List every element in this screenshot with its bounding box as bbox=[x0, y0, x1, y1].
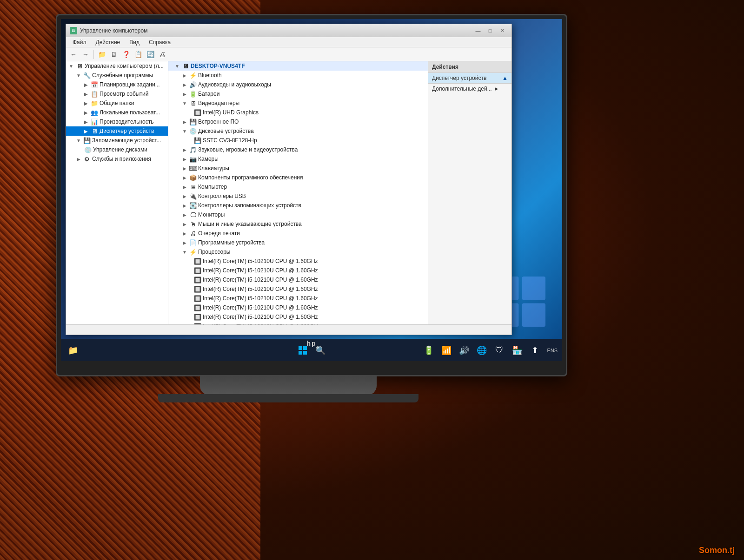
devtree-usb[interactable]: ▶ 🔌 Контроллеры USB bbox=[168, 191, 428, 201]
minimize-button[interactable]: — bbox=[472, 26, 484, 35]
devtree-audio[interactable]: ▶ 🔊 Аудиовходы и аудиовыходы bbox=[168, 80, 428, 89]
users-expand-icon[interactable]: ▶ bbox=[83, 109, 89, 116]
sidebar-item-folders[interactable]: ▶ 📁 Общие папки bbox=[66, 99, 168, 108]
sidebar-root[interactable]: ▼ 🖥 Управление компьютером (л... bbox=[66, 61, 168, 71]
diskmgmt-label: Управление дисками bbox=[93, 146, 147, 153]
devtree-mouse-label: Мыши и иные указывающие устройства bbox=[198, 221, 302, 227]
swdev-expand[interactable]: ▶ bbox=[181, 239, 188, 246]
print-expand[interactable]: ▶ bbox=[181, 230, 188, 237]
devtree-cpu-5[interactable]: 🔲 Intel(R) Core(TM) i5-10210U CPU @ 1.60… bbox=[168, 303, 428, 312]
toolbar-folder[interactable]: 📁 bbox=[96, 49, 107, 60]
events-expand-icon[interactable]: ▶ bbox=[83, 91, 89, 97]
display-expand[interactable]: ▼ bbox=[181, 100, 188, 106]
folders-expand-icon[interactable]: ▶ bbox=[83, 100, 89, 106]
taskbar-left: 📁 bbox=[66, 343, 80, 358]
devtree-computer[interactable]: ▶ 🖥 Компьютер bbox=[168, 182, 428, 191]
sidebar-item-scheduler[interactable]: ▶ 📅 Планировщик задани... bbox=[66, 80, 168, 89]
menu-view[interactable]: Вид bbox=[125, 38, 144, 46]
toolbar-help[interactable]: ❓ bbox=[120, 49, 132, 60]
scheduler-expand-icon[interactable]: ▶ bbox=[83, 81, 89, 88]
devmgr-expand-icon[interactable]: ▶ bbox=[83, 128, 89, 134]
devtree-mouse[interactable]: ▶ 🖱 Мыши и иные указывающие устройства bbox=[168, 219, 428, 229]
devtree-uhd-graphics[interactable]: 🔲 Intel(R) UHD Graphics bbox=[168, 108, 428, 117]
devtree-sound[interactable]: ▶ 🎵 Звуковые, игровые и видеоустройства bbox=[168, 145, 428, 154]
bluetooth-expand[interactable]: ▶ bbox=[181, 72, 188, 79]
firmware-expand[interactable]: ▶ bbox=[181, 119, 188, 125]
audio-expand[interactable]: ▶ bbox=[181, 81, 188, 88]
sound-expand[interactable]: ▶ bbox=[181, 146, 188, 153]
devmgr-label: Диспетчер устройств bbox=[100, 128, 154, 134]
devtree-cpu-0[interactable]: 🔲 Intel(R) Core(TM) i5-10210U CPU @ 1.60… bbox=[168, 257, 428, 266]
devtree-camera[interactable]: ▶ 📷 Камеры bbox=[168, 154, 428, 164]
content-area: ▼ 🖥 Управление компьютером (л... ▼ 🔧 Слу… bbox=[66, 61, 512, 324]
svg-rect-4 bbox=[299, 346, 302, 350]
taskbar-shield-icon[interactable]: 🛡 bbox=[492, 343, 507, 358]
devtree-cpu[interactable]: ▼ ⚡ Процессоры bbox=[168, 247, 428, 257]
swcomp-expand[interactable]: ▶ bbox=[181, 174, 188, 181]
sidebar-item-events[interactable]: ▶ 📋 Просмотр событий bbox=[66, 89, 168, 99]
devtree-cpu-1[interactable]: 🔲 Intel(R) Core(TM) i5-10210U CPU @ 1.60… bbox=[168, 266, 428, 275]
devtree-cpu-3[interactable]: 🔲 Intel(R) Core(TM) i5-10210U CPU @ 1.60… bbox=[168, 284, 428, 294]
devtree-monitor[interactable]: ▶ 🖵 Мониторы bbox=[168, 210, 428, 219]
sidebar-item-users[interactable]: ▶ 👥 Локальные пользоват... bbox=[66, 108, 168, 117]
devtree-cpu-4[interactable]: 🔲 Intel(R) Core(TM) i5-10210U CPU @ 1.60… bbox=[168, 294, 428, 303]
toolbar-list[interactable]: 📋 bbox=[133, 49, 144, 60]
menu-action[interactable]: Действие bbox=[91, 38, 125, 46]
taskbar-sound-icon[interactable]: 🔊 bbox=[457, 343, 472, 358]
devtree-keyboard[interactable]: ▶ ⌨ Клавиатуры bbox=[168, 164, 428, 173]
devtree-disk[interactable]: ▼ 💿 Дисковые устройства bbox=[168, 126, 428, 136]
menu-file[interactable]: Файл bbox=[68, 38, 91, 46]
taskbar-browser-icon[interactable]: 🌐 bbox=[474, 343, 489, 358]
sidebar-item-perf[interactable]: ▶ 📊 Производительность bbox=[66, 117, 168, 126]
camera-expand[interactable]: ▶ bbox=[181, 156, 188, 162]
cpu-expand[interactable]: ▼ bbox=[181, 249, 188, 255]
services-expand-icon[interactable]: ▶ bbox=[75, 156, 82, 162]
devtree-battery[interactable]: ▶ 🔋 Батареи bbox=[168, 89, 428, 99]
storage-expand-icon[interactable]: ▼ bbox=[75, 137, 82, 144]
disk-expand[interactable]: ▼ bbox=[181, 128, 188, 134]
taskbar-battery-icon[interactable]: 🔋 bbox=[421, 343, 436, 358]
root-expand-icon[interactable]: ▼ bbox=[68, 63, 74, 69]
action-more[interactable]: Дополнительные дей... ► bbox=[428, 84, 512, 94]
devtree-swdev[interactable]: ▶ 📄 Программные устройства bbox=[168, 238, 428, 247]
close-button[interactable]: ✕ bbox=[497, 26, 508, 35]
maximize-button[interactable]: □ bbox=[485, 26, 496, 35]
devtree-root[interactable]: ▼ 🖥 DESKTOP-VNUS4TF bbox=[168, 61, 428, 71]
taskbar-wifi-icon[interactable]: 📶 bbox=[439, 343, 454, 358]
back-button[interactable]: ← bbox=[68, 49, 79, 60]
devtree-storectrl[interactable]: ▶ 💽 Контроллеры запоминающих устройств bbox=[168, 201, 428, 210]
toolbar-refresh[interactable]: 🔄 bbox=[145, 49, 156, 60]
storectrl-expand[interactable]: ▶ bbox=[181, 202, 188, 209]
devtree-monitor-label: Мониторы bbox=[198, 211, 225, 218]
usb-expand[interactable]: ▶ bbox=[181, 193, 188, 199]
perf-expand-icon[interactable]: ▶ bbox=[83, 119, 89, 125]
sidebar-item-diskmgmt[interactable]: 💿 Управление дисками bbox=[66, 145, 168, 154]
devtree-print[interactable]: ▶ 🖨 Очереди печати bbox=[168, 229, 428, 238]
sidebar-item-services[interactable]: ▶ ⚙ Службы и приложения bbox=[66, 154, 168, 164]
forward-button[interactable]: → bbox=[80, 49, 91, 60]
battery-expand[interactable]: ▶ bbox=[181, 91, 188, 97]
devtree-sstc[interactable]: 💾 SSTC CV3-8E128-Hp bbox=[168, 136, 428, 145]
taskbar-arrow-icon[interactable]: ⬆ bbox=[527, 343, 542, 358]
devtree-cpu-2[interactable]: 🔲 Intel(R) Core(TM) i5-10210U CPU @ 1.60… bbox=[168, 275, 428, 284]
toolbar-print[interactable]: 🖨 bbox=[157, 49, 168, 60]
taskbar-file-explorer[interactable]: 📁 bbox=[66, 343, 80, 358]
devtree-firmware[interactable]: ▶ 💾 Встроенное ПО bbox=[168, 117, 428, 126]
action-devmgr[interactable]: Диспетчер устройств ▲ bbox=[428, 73, 512, 84]
mouse-expand[interactable]: ▶ bbox=[181, 221, 188, 227]
devtree-display[interactable]: ▼ 🖥 Видеоадаптеры bbox=[168, 99, 428, 108]
sidebar-item-utilities[interactable]: ▼ 🔧 Служебные программы bbox=[66, 71, 168, 80]
computer-expand[interactable]: ▶ bbox=[181, 184, 188, 190]
devtree-root-expand[interactable]: ▼ bbox=[174, 63, 180, 69]
monitor-expand[interactable]: ▶ bbox=[181, 211, 188, 218]
sidebar-item-devmgr[interactable]: ▶ 🖥 Диспетчер устройств bbox=[66, 126, 168, 136]
devtree-bluetooth[interactable]: ▶ ⚡ Bluetooth bbox=[168, 71, 428, 80]
devtree-cpu-6[interactable]: 🔲 Intel(R) Core(TM) i5-10210U CPU @ 1.60… bbox=[168, 312, 428, 322]
menu-help[interactable]: Справка bbox=[144, 38, 175, 46]
sidebar-item-storage[interactable]: ▼ 💾 Запоминающие устройст... bbox=[66, 136, 168, 145]
toolbar-computer[interactable]: 🖥 bbox=[108, 49, 120, 60]
devtree-swcomp[interactable]: ▶ 📦 Компоненты программного обеспечения bbox=[168, 173, 428, 182]
taskbar-store-icon[interactable]: 🏪 bbox=[510, 343, 525, 358]
keyboard-expand[interactable]: ▶ bbox=[181, 165, 188, 171]
utilities-expand-icon[interactable]: ▼ bbox=[75, 72, 82, 79]
